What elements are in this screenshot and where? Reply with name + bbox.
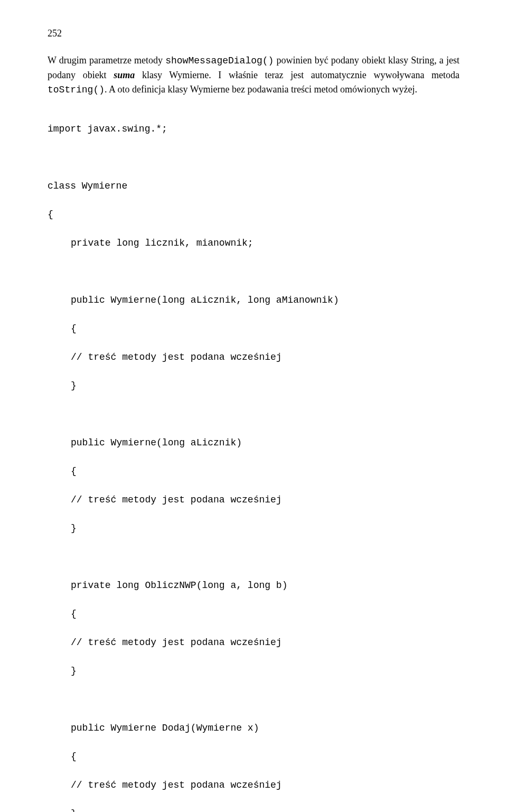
code-line: { [48,607,459,621]
code-run: toString() [48,85,105,95]
code-line: // treść metody jest podana wcześniej [48,493,459,507]
text-run: W drugim parametrze metody [48,55,165,66]
code-line: class Wymierne [48,179,459,193]
code-line [48,407,459,422]
code-line: public Wymierne Dodaj(Wymierne x) [48,721,459,735]
code-line: } [48,664,459,678]
code-line [48,265,459,279]
text-run: . A oto definicja klasy Wymierne bez pod… [105,84,417,95]
code-line: } [48,379,459,393]
code-line: { [48,322,459,336]
code-line [48,151,459,165]
paragraph: W drugim parametrze metody showMessageDi… [48,53,459,97]
code-line: { [48,464,459,479]
code-block: import javax.swing.*; class Wymierne { p… [48,108,459,812]
code-line: public Wymierne(long aLicznik, long aMia… [48,293,459,307]
code-line: import javax.swing.*; [48,122,459,136]
code-line: // treść metody jest podana wcześniej [48,636,459,650]
code-line: private long ObliczNWP(long a, long b) [48,578,459,593]
code-line: { [48,208,459,222]
code-line: { [48,750,459,764]
code-line: } [48,807,459,812]
page-number: 252 [48,26,459,41]
code-line: // treść metody jest podana wcześniej [48,778,459,792]
code-line: } [48,521,459,536]
code-line [48,693,459,707]
text-run: klasy Wymierne. I właśnie teraz jest aut… [135,70,459,80]
code-line [48,550,459,564]
emphasis-run: suma [114,70,135,80]
code-line: private long licznik, mianownik; [48,236,459,250]
code-run: showMessageDialog() [165,55,274,66]
code-line: // treść metody jest podana wcześniej [48,350,459,365]
code-line: public Wymierne(long aLicznik) [48,436,459,450]
